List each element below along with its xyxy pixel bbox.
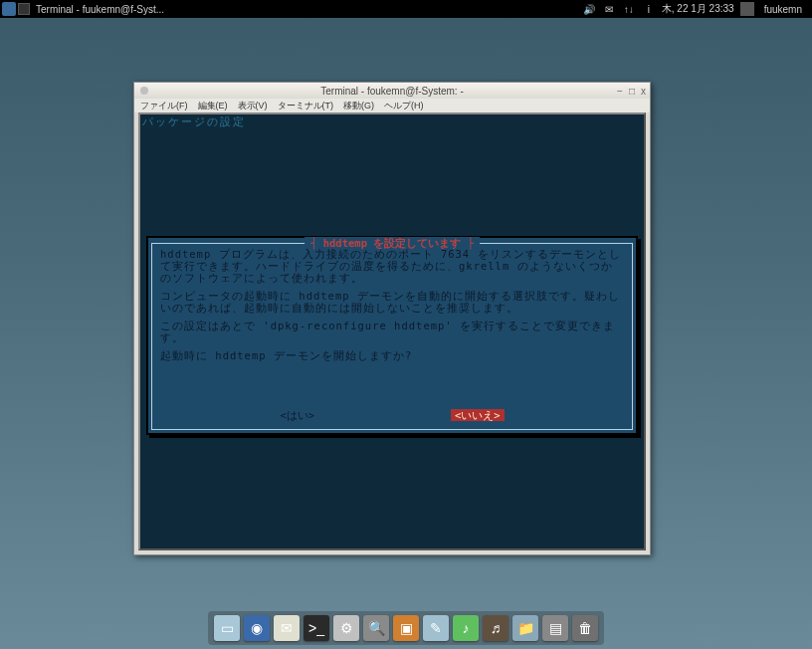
dock-package[interactable]: ▣ xyxy=(393,615,419,641)
terminal-window: Terminal - foukemn@f-System: - − □ x ファイ… xyxy=(133,82,651,555)
window-titlebar[interactable]: Terminal - foukemn@f-System: - − □ x xyxy=(134,83,650,99)
dock-trash[interactable]: 🗑 xyxy=(572,615,598,641)
dock-notes[interactable]: ✎ xyxy=(423,615,449,641)
dialog-buttons: <はい> <いいえ> xyxy=(152,409,632,421)
dock-search[interactable]: 🔍 xyxy=(363,615,389,641)
menu-view[interactable]: 表示(V) xyxy=(238,100,268,112)
network-icon[interactable]: ↑↓ xyxy=(622,2,636,16)
info-icon[interactable]: i xyxy=(642,2,656,16)
package-config-header: パッケージの設定 xyxy=(142,116,642,129)
window-menu-icon[interactable] xyxy=(140,87,148,95)
clock[interactable]: 木, 22 1月 23:33 xyxy=(662,2,734,16)
dock-filemanager[interactable]: ▭ xyxy=(214,615,240,641)
no-button[interactable]: <いいえ> xyxy=(451,409,505,421)
panel-left: Terminal - fuukemn@f-Syst... xyxy=(0,2,168,16)
dock-mail[interactable]: ✉ xyxy=(274,615,300,641)
dialog-question: 起動時に hddtemp デーモンを開始しますか? xyxy=(160,349,624,361)
user-menu[interactable]: fuukemn xyxy=(760,4,806,15)
top-panel: Terminal - fuukemn@f-Syst... 🔊 ✉ ↑↓ i 木,… xyxy=(0,0,812,18)
dock-web-browser[interactable]: ◉ xyxy=(244,615,270,641)
dock-settings[interactable]: ⚙ xyxy=(333,615,359,641)
dock: ▭ ◉ ✉ >_ ⚙ 🔍 ▣ ✎ ♪ ♬ 📁 ▤ 🗑 xyxy=(208,611,604,645)
apps-menu-icon[interactable] xyxy=(2,2,16,16)
menu-go[interactable]: 移動(G) xyxy=(343,100,374,112)
terminal-viewport[interactable]: パッケージの設定 ┤ hddtemp を設定しています ├ hddtemp プロ… xyxy=(138,112,646,550)
dialog-frame: ┤ hddtemp を設定しています ├ hddtemp プログラムは、入力接続… xyxy=(151,243,633,430)
dialog-title: ┤ hddtemp を設定しています ├ xyxy=(304,237,480,249)
panel-right: 🔊 ✉ ↑↓ i 木, 22 1月 23:33 fuukemn xyxy=(582,2,812,16)
debconf-dialog: ┤ hddtemp を設定しています ├ hddtemp プログラムは、入力接続… xyxy=(146,236,638,435)
dock-folder[interactable]: 📁 xyxy=(512,615,538,641)
close-button[interactable]: x xyxy=(641,86,646,97)
terminal-menubar: ファイル(F) 編集(E) 表示(V) ターミナル(T) 移動(G) ヘルプ(H… xyxy=(134,99,650,112)
dock-audio[interactable]: ♬ xyxy=(483,615,508,641)
menu-terminal[interactable]: ターミナル(T) xyxy=(278,100,334,112)
dock-music[interactable]: ♪ xyxy=(453,615,479,641)
volume-icon[interactable]: 🔊 xyxy=(582,2,596,16)
window-controls: − □ x xyxy=(617,86,646,97)
dock-images[interactable]: ▤ xyxy=(542,615,568,641)
menu-help[interactable]: ヘルプ(H) xyxy=(384,100,424,112)
menu-file[interactable]: ファイル(F) xyxy=(140,100,188,112)
taskbar-terminal-icon[interactable] xyxy=(18,3,30,15)
menu-edit[interactable]: 編集(E) xyxy=(198,100,228,112)
dialog-para-1: hddtemp プログラムは、入力接続のためのポート 7634 をリスンするデー… xyxy=(160,248,624,284)
taskbar-task[interactable]: Terminal - fuukemn@f-Syst... xyxy=(32,4,168,15)
dialog-para-2: コンピュータの起動時に hddtemp デーモンを自動的に開始する選択肢です。疑… xyxy=(160,290,624,314)
minimize-button[interactable]: − xyxy=(617,86,623,97)
dialog-para-3: この設定はあとで 'dpkg-reconfigure hddtemp' を実行す… xyxy=(160,320,624,343)
mail-icon[interactable]: ✉ xyxy=(602,2,616,16)
window-title: Terminal - foukemn@f-System: - xyxy=(320,86,464,97)
dock-terminal[interactable]: >_ xyxy=(304,615,329,641)
yes-button[interactable]: <はい> xyxy=(280,409,314,421)
workspace-switcher[interactable] xyxy=(740,2,754,16)
maximize-button[interactable]: □ xyxy=(629,86,635,97)
